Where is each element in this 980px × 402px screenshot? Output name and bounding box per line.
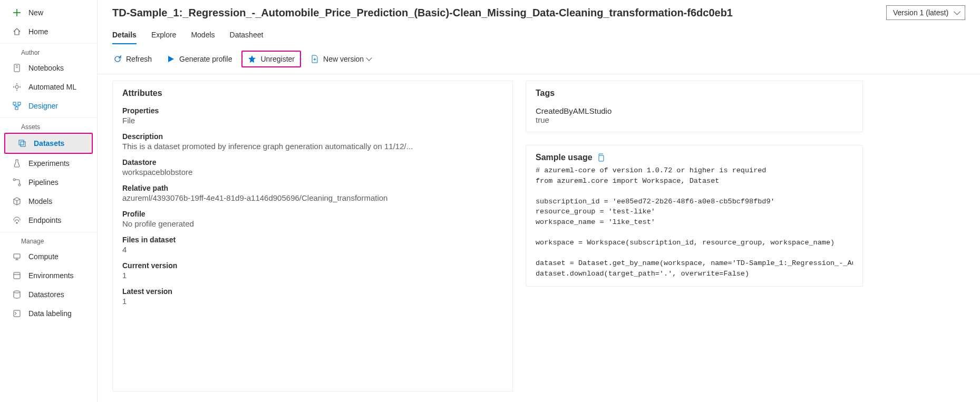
nav-label: Datasets [34,139,64,148]
nav-label: Home [28,27,48,36]
relative-path-value: azureml/4393076b-19ff-4e41-81d9-a1146d90… [122,193,503,202]
current-version-value: 1 [122,271,503,280]
nav-label: Experiments [28,159,70,168]
data-labeling-icon [13,309,21,318]
tabs: Details Explore Models Datasheet [98,20,980,44]
nav-label: Automated ML [28,83,76,91]
section-author: Author [0,43,97,58]
nav-datasets[interactable]: Datasets [5,134,92,153]
description-label: Description [122,132,503,141]
nav-label: Datastores [28,290,64,299]
endpoints-icon [13,216,21,224]
version-dropdown[interactable]: Version 1 (latest) [886,5,965,20]
chevron-down-icon [366,55,372,61]
svg-rect-9 [18,102,21,105]
svg-point-14 [18,184,21,186]
play-icon [167,55,175,63]
unregister-button[interactable]: Unregister [241,51,301,67]
svg-rect-23 [599,155,604,161]
designer-icon [13,102,21,110]
svg-point-13 [13,179,15,181]
refresh-button[interactable]: Refresh [108,52,157,66]
nav-datastores[interactable]: Datastores [0,285,97,304]
nav-pipelines[interactable]: Pipelines [0,173,97,192]
nav-environments[interactable]: Environments [0,266,97,285]
nav-data-labeling[interactable]: Data labeling [0,304,97,323]
nav-compute[interactable]: Compute [0,247,97,266]
datasets-icon [18,139,26,148]
generate-profile-button[interactable]: Generate profile [161,52,237,66]
svg-point-5 [20,86,21,87]
nav-endpoints[interactable]: Endpoints [0,211,97,230]
notebook-icon [13,64,21,72]
new-version-button[interactable]: New version [305,52,376,66]
nav-label: Pipelines [28,178,59,187]
tab-explore[interactable]: Explore [151,31,176,44]
svg-point-4 [16,83,17,84]
highlight-datasets: Datasets [4,133,93,154]
sample-title: Sample usage [536,153,593,162]
svg-rect-12 [21,142,25,146]
new-version-icon [311,55,319,63]
nav-label: Compute [28,252,59,261]
tab-details[interactable]: Details [112,31,137,44]
description-value: This is a dataset promoted by inference … [122,142,503,151]
nav-new[interactable]: New [0,3,97,22]
tab-models[interactable]: Models [191,31,215,44]
svg-rect-0 [14,64,20,72]
profile-label: Profile [122,210,503,218]
nav-label: Environments [28,271,74,280]
svg-point-21 [14,291,20,293]
sidebar: New Home Author Notebooks Automated ML [0,0,98,402]
main-content: TD-Sample_1:_Regression_-_Automobile_Pri… [98,0,980,402]
svg-rect-8 [13,102,16,105]
tag-key: CreatedByAMLStudio [536,106,853,115]
attributes-card: Attributes Properties File Description T… [112,81,513,391]
nav-designer[interactable]: Designer [0,96,97,115]
svg-rect-16 [14,254,20,258]
models-icon [13,197,21,205]
latest-version-label: Latest version [122,287,503,296]
attributes-title: Attributes [122,89,503,98]
copy-icon[interactable] [597,153,605,162]
tool-label: New version [323,55,364,63]
nav-label: Models [28,197,52,205]
svg-point-7 [13,86,14,87]
pipelines-icon [13,178,21,187]
tag-value: true [536,115,853,124]
nav-label: New [28,8,43,17]
experiments-icon [13,159,21,168]
home-icon [13,27,21,36]
files-label: Files in dataset [122,236,503,244]
section-manage: Manage [0,232,97,247]
sample-usage-card: Sample usage # azureml-core of version 1… [526,145,863,287]
relative-path-label: Relative path [122,184,503,192]
svg-rect-19 [14,272,20,279]
svg-point-15 [16,222,18,224]
svg-point-6 [16,90,17,91]
datastore-value: workspaceblobstore [122,168,503,177]
svg-point-3 [15,85,18,89]
nav-label: Notebooks [28,64,64,72]
tool-label: Generate profile [179,55,232,63]
sample-code[interactable]: # azureml-core of version 1.0.72 or high… [536,162,853,279]
datastore-label: Datastore [122,158,503,166]
tags-title: Tags [536,89,853,98]
tool-label: Refresh [126,55,152,63]
nav-automated-ml[interactable]: Automated ML [0,77,97,96]
nav-notebooks[interactable]: Notebooks [0,58,97,77]
refresh-icon [113,55,122,63]
star-icon [248,55,256,63]
svg-rect-10 [15,107,18,110]
properties-label: Properties [122,106,503,115]
properties-value: File [122,116,503,125]
nav-home[interactable]: Home [0,22,97,41]
tab-datasheet[interactable]: Datasheet [230,31,264,44]
page-title: TD-Sample_1:_Regression_-_Automobile_Pri… [112,7,733,19]
tool-label: Unregister [260,55,295,63]
automl-icon [13,83,21,91]
nav-models[interactable]: Models [0,192,97,211]
nav-experiments[interactable]: Experiments [0,154,97,173]
environments-icon [13,271,21,280]
svg-rect-11 [19,140,24,145]
